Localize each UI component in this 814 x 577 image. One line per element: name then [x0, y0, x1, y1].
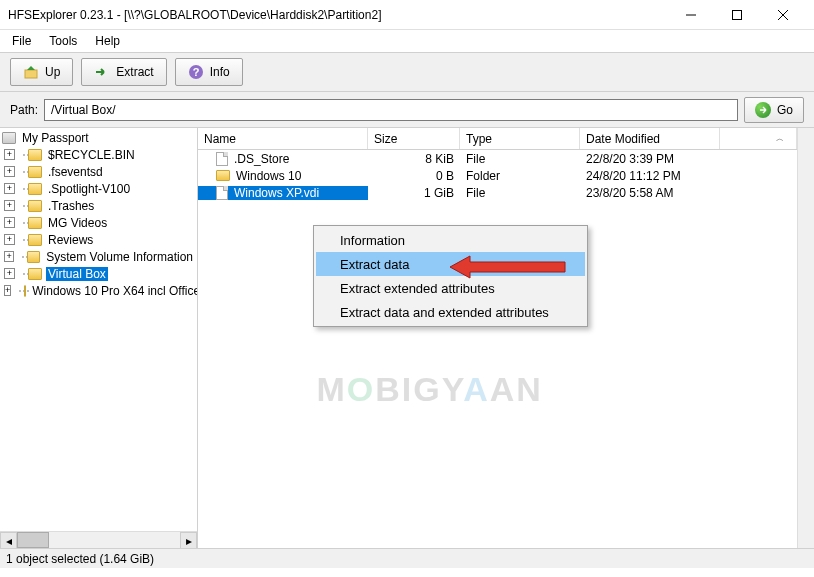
tree-item[interactable]: +⋯.Spotlight-V100 [0, 180, 197, 197]
list-body[interactable]: .DS_Store8 KiBFile22/8/20 3:39 PMWindows… [198, 150, 797, 548]
extract-icon [94, 64, 110, 80]
folder-icon [28, 234, 42, 246]
expander-icon[interactable]: + [4, 183, 15, 194]
expander-icon[interactable]: + [4, 200, 15, 211]
menubar: File Tools Help [0, 30, 814, 52]
toolbar: Up Extract ? Info [0, 52, 814, 92]
pathbar: Path: Go [0, 92, 814, 128]
window-title: HFSExplorer 0.23.1 - [\\?\GLOBALROOT\Dev… [8, 8, 668, 22]
expander-icon[interactable]: + [4, 234, 15, 245]
menu-file[interactable]: File [4, 32, 39, 50]
expander-icon[interactable]: + [4, 285, 11, 296]
context-menu: InformationExtract dataExtract extended … [313, 225, 588, 327]
path-input[interactable] [44, 99, 738, 121]
expander-icon[interactable]: + [4, 149, 15, 160]
path-label: Path: [10, 103, 38, 117]
tree-item[interactable]: +⋯System Volume Information [0, 248, 197, 265]
up-button[interactable]: Up [10, 58, 73, 86]
menu-tools[interactable]: Tools [41, 32, 85, 50]
tree-item[interactable]: +⋯Virtual Box [0, 265, 197, 282]
folder-icon [28, 166, 42, 178]
titlebar: HFSExplorer 0.23.1 - [\\?\GLOBALROOT\Dev… [0, 0, 814, 30]
context-menu-item[interactable]: Extract data and extended attributes [316, 300, 585, 324]
up-label: Up [45, 65, 60, 79]
scroll-thumb[interactable] [17, 532, 49, 548]
expander-icon[interactable]: + [4, 251, 14, 262]
folder-icon [28, 149, 42, 161]
tree-item[interactable]: +⋯Reviews [0, 231, 197, 248]
list-row[interactable]: .DS_Store8 KiBFile22/8/20 3:39 PM [198, 150, 797, 167]
tree-item[interactable]: +⋯$RECYCLE.BIN [0, 146, 197, 163]
folder-icon [28, 268, 42, 280]
menu-help[interactable]: Help [87, 32, 128, 50]
expander-icon[interactable]: + [4, 268, 15, 279]
folder-icon [28, 217, 42, 229]
folder-icon [216, 170, 230, 181]
folder-icon [24, 285, 26, 297]
status-text: 1 object selected (1.64 GiB) [6, 552, 154, 566]
extract-label: Extract [116, 65, 153, 79]
info-icon: ? [188, 64, 204, 80]
scroll-right-arrow[interactable]: ▸ [180, 532, 197, 548]
tree-item[interactable]: +⋯.Trashes [0, 197, 197, 214]
extract-button[interactable]: Extract [81, 58, 166, 86]
window-controls [668, 0, 806, 30]
col-date[interactable]: Date Modified [580, 128, 720, 149]
col-type[interactable]: Type [460, 128, 580, 149]
info-label: Info [210, 65, 230, 79]
go-label: Go [777, 103, 793, 117]
context-menu-item[interactable]: Information [316, 228, 585, 252]
folder-icon [28, 200, 42, 212]
tree-item[interactable]: +⋯.fseventsd [0, 163, 197, 180]
tree-item[interactable]: +⋯MG Videos [0, 214, 197, 231]
context-menu-item[interactable]: Extract extended attributes [316, 276, 585, 300]
svg-rect-1 [733, 10, 742, 19]
col-name[interactable]: Name [198, 128, 368, 149]
folder-icon [27, 251, 40, 263]
maximize-button[interactable] [714, 0, 760, 30]
close-button[interactable] [760, 0, 806, 30]
statusbar: 1 object selected (1.64 GiB) [0, 548, 814, 568]
file-icon [216, 186, 228, 200]
expander-icon[interactable]: + [4, 166, 15, 177]
tree-root[interactable]: My Passport [0, 129, 197, 146]
go-button[interactable]: Go [744, 97, 804, 123]
scroll-left-arrow[interactable]: ◂ [0, 532, 17, 548]
list-header: Name Size Type Date Modified ︿ [198, 128, 797, 150]
drive-icon [2, 132, 16, 144]
file-icon [216, 152, 228, 166]
tree-item[interactable]: +⋯Windows 10 Pro X64 incl Office 2019 [0, 282, 197, 299]
folder-icon [28, 183, 42, 195]
svg-text:?: ? [192, 66, 199, 78]
expander-icon[interactable]: + [4, 217, 15, 228]
main-split: My Passport+⋯$RECYCLE.BIN+⋯.fseventsd+⋯.… [0, 128, 814, 548]
col-sort-indicator[interactable]: ︿ [720, 128, 797, 149]
minimize-button[interactable] [668, 0, 714, 30]
sort-caret-icon: ︿ [776, 133, 784, 144]
svg-rect-4 [25, 70, 37, 78]
list-row[interactable]: Windows XP.vdi1 GiBFile23/8/20 5:58 AM [198, 184, 797, 201]
tree-hscrollbar[interactable]: ◂ ▸ [0, 531, 197, 548]
col-size[interactable]: Size [368, 128, 460, 149]
context-menu-item[interactable]: Extract data [316, 252, 585, 276]
up-icon [23, 64, 39, 80]
info-button[interactable]: ? Info [175, 58, 243, 86]
tree-panel: My Passport+⋯$RECYCLE.BIN+⋯.fseventsd+⋯.… [0, 128, 198, 548]
list-panel: Name Size Type Date Modified ︿ .DS_Store… [198, 128, 797, 548]
list-row[interactable]: Windows 100 BFolder24/8/20 11:12 PM [198, 167, 797, 184]
go-icon [755, 102, 771, 118]
list-vscrollbar[interactable] [797, 128, 814, 548]
